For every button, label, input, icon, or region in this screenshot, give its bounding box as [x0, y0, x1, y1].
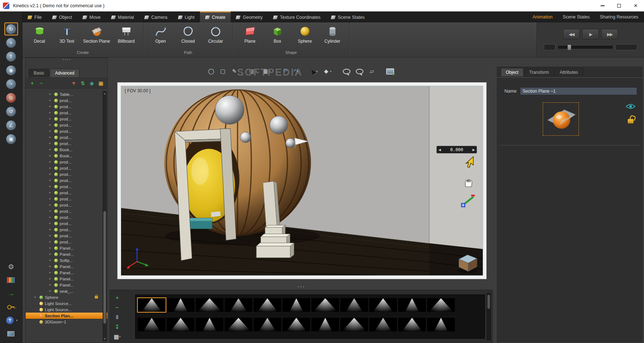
expander-icon[interactable]: + [47, 154, 52, 158]
menu-tab-camera[interactable]: Camera [139, 12, 172, 22]
frame-end-field[interactable] [615, 44, 637, 50]
light-preset-thumbnail[interactable] [427, 318, 455, 331]
spinner-increment-button[interactable]: ▶ [471, 148, 477, 152]
expander-icon[interactable]: + [33, 295, 38, 299]
panel-grip[interactable] [63, 59, 71, 60]
group-button[interactable]: ▣ [97, 80, 105, 87]
object-tab-attributes[interactable]: Attributes [555, 68, 583, 76]
light-preset-thumbnail[interactable] [427, 298, 455, 312]
expander-icon[interactable]: + [47, 135, 52, 139]
expander-icon[interactable]: + [47, 98, 52, 102]
tree-item-prod[interactable]: +prod... [26, 103, 107, 110]
pen-pick-button[interactable]: ✎ [230, 67, 238, 76]
menu-tab-material[interactable]: Material [106, 12, 139, 22]
tree-item-prod[interactable]: +prod... [26, 202, 107, 208]
object-preview[interactable] [543, 102, 579, 136]
light-preset-thumbnail[interactable] [138, 298, 166, 312]
render-mode-button[interactable]: ▤▾ [247, 67, 258, 76]
light-preset-thumbnail[interactable] [311, 298, 339, 312]
tree-item-panel[interactable]: +Panel... [26, 270, 107, 276]
tree-item-panel[interactable]: +Panel... [26, 245, 107, 251]
expander-icon[interactable]: + [47, 117, 52, 121]
expander-icon[interactable]: + [47, 111, 52, 115]
expander-icon[interactable]: + [47, 228, 52, 232]
expander-icon[interactable]: + [47, 123, 52, 127]
tree-item-prod[interactable]: +prod... [26, 183, 107, 190]
tree-tab-advanced[interactable]: Advanced [50, 69, 79, 77]
expander-icon[interactable]: + [47, 166, 52, 170]
expander-icon[interactable]: + [47, 264, 52, 268]
tree-item-sphere[interactable]: +Sphere [26, 294, 107, 300]
texture-mode-button[interactable]: ▦▾ [261, 67, 272, 76]
target-view-button[interactable]: ◎ [4, 91, 18, 104]
scroll-up-icon[interactable]: ▲ [103, 92, 106, 96]
expander-icon[interactable]: + [47, 105, 52, 109]
expander-icon[interactable]: + [47, 289, 52, 293]
tree-item-prod[interactable]: +prod... [26, 214, 107, 220]
tree-item-prod[interactable]: +prod... [26, 97, 107, 103]
tree-item-prod[interactable]: +prod... [26, 196, 107, 202]
tree-item-prod[interactable]: +prod... [26, 134, 107, 140]
pan-view-button[interactable]: + [4, 36, 18, 49]
menu-tab-texture-coordinates[interactable]: Texture Coordinates [268, 12, 326, 22]
expander-icon[interactable]: + [47, 277, 52, 281]
light-preset-thumbnail[interactable] [253, 318, 281, 331]
expander-icon[interactable]: + [47, 160, 52, 164]
light-preset-thumbnail[interactable] [369, 318, 397, 331]
light-preset-thumbnail[interactable] [340, 298, 368, 312]
tree-item-prod[interactable]: +prod... [26, 165, 107, 171]
3d-text-button[interactable]: T3D Text [54, 24, 80, 45]
expander-icon[interactable]: + [47, 221, 52, 225]
tree-item-book[interactable]: +Book... [26, 147, 107, 153]
flatten-tool-button[interactable]: ◆▾ [322, 67, 333, 76]
palette-button[interactable] [5, 275, 16, 285]
filter-button[interactable]: ▼ [70, 80, 77, 87]
add-node-button[interactable]: + [29, 80, 36, 87]
expander-icon[interactable]: + [47, 246, 52, 250]
orbit-view-button[interactable]: ↻ [4, 22, 18, 35]
expander-icon[interactable]: + [47, 197, 52, 201]
tree-item-prod[interactable]: +prod... [26, 208, 107, 214]
undo-button[interactable]: ↶ [281, 67, 289, 76]
expander-icon[interactable]: + [47, 191, 52, 195]
expander-icon[interactable]: + [47, 209, 52, 213]
spin-view-button[interactable]: ↺ [4, 105, 18, 118]
plane-button[interactable]: Plane [236, 24, 263, 45]
light-preset-thumbnail[interactable] [282, 298, 310, 312]
tree-item-seat[interactable]: +seat_... [26, 288, 107, 294]
tree-tab-basic[interactable]: Basic [29, 69, 49, 77]
tree-item-section-plan[interactable]: Section Plan... [26, 313, 107, 319]
maximize-button[interactable] [611, 0, 627, 11]
tree-item-prod[interactable]: +prod... [26, 140, 107, 147]
expander-icon[interactable]: + [47, 215, 52, 219]
slider-thumb[interactable] [567, 45, 571, 50]
tree-item-prod[interactable]: +prod... [26, 233, 107, 239]
grid-view-button[interactable]: ▦▾ [113, 333, 121, 340]
light-preset-thumbnail[interactable] [196, 298, 223, 312]
redo-button[interactable]: ↷ [293, 67, 301, 76]
tree-item-softp[interactable]: +Softp... [26, 257, 107, 263]
tree-item-panel[interactable]: +Panel... [26, 276, 107, 282]
light-preset-thumbnail[interactable] [311, 318, 339, 331]
menu-tab-create[interactable]: Create [200, 12, 231, 22]
header-tab-sharing-resources[interactable]: Sharing Resources [600, 14, 638, 20]
light-preset-thumbnail[interactable] [398, 318, 426, 331]
tree-item-prod[interactable]: +prod... [26, 226, 107, 233]
tree-item-prod[interactable]: +prod... [26, 220, 107, 226]
tree-item-prod[interactable]: +prod... [26, 159, 107, 165]
close-button[interactable]: × [627, 0, 644, 11]
expander-icon[interactable]: + [47, 271, 52, 275]
spinner-decrement-button[interactable]: ◀ [437, 148, 443, 152]
expander-icon[interactable]: + [47, 252, 52, 256]
menu-tab-light[interactable]: Light [173, 12, 200, 22]
tree-item-panel[interactable]: +Panel... [26, 263, 107, 270]
expander-icon[interactable]: + [47, 178, 52, 182]
tree-item-light-source[interactable]: Light Source... [26, 300, 107, 306]
menu-tab-object[interactable]: Object [47, 12, 77, 22]
light-preset-thumbnail[interactable] [167, 298, 195, 312]
settings-gear-button[interactable]: ⚙ [5, 262, 16, 272]
snapshot-view-button[interactable]: ▣ [4, 132, 18, 145]
horizontal-splitter[interactable] [109, 285, 493, 288]
closed-button[interactable]: Closed [175, 24, 201, 45]
tree-item-prod[interactable]: +prod... [26, 171, 107, 177]
